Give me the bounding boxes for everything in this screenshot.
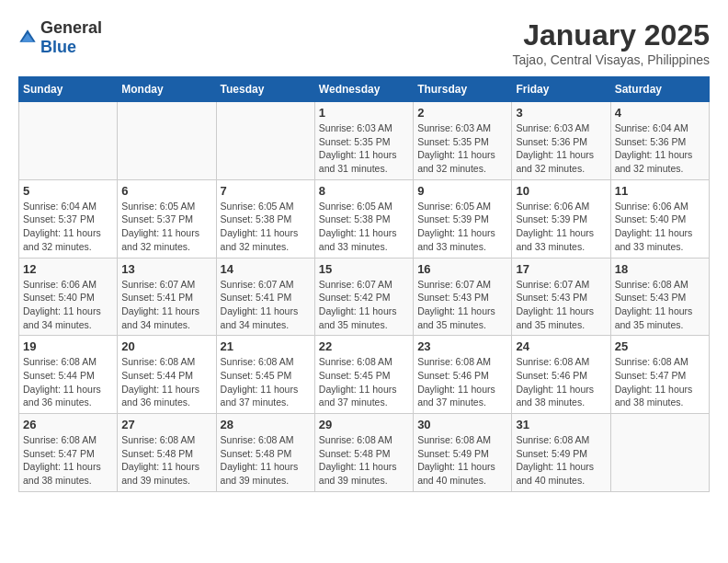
day-number: 10 <box>516 184 606 198</box>
day-number: 29 <box>319 418 409 431</box>
day-number: 5 <box>23 184 113 198</box>
calendar-cell: 21Sunrise: 6:08 AMSunset: 5:45 PMDayligh… <box>216 336 314 414</box>
day-number: 12 <box>23 262 113 276</box>
day-number: 30 <box>417 418 507 431</box>
day-number: 11 <box>615 184 705 198</box>
day-number: 27 <box>121 418 211 431</box>
day-number: 9 <box>417 184 507 198</box>
day-number: 26 <box>23 418 113 431</box>
day-info: Sunrise: 6:08 AMSunset: 5:44 PMDaylight:… <box>121 355 211 409</box>
day-info: Sunrise: 6:07 AMSunset: 5:41 PMDaylight:… <box>121 278 211 332</box>
day-info: Sunrise: 6:07 AMSunset: 5:42 PMDaylight:… <box>319 278 409 332</box>
weekday-header-sunday: Sunday <box>19 77 118 102</box>
day-number: 3 <box>516 106 606 120</box>
calendar-body: 1Sunrise: 6:03 AMSunset: 5:35 PMDaylight… <box>19 102 710 492</box>
calendar-cell: 4Sunrise: 6:04 AMSunset: 5:36 PMDaylight… <box>610 102 709 180</box>
calendar-cell: 17Sunrise: 6:07 AMSunset: 5:43 PMDayligh… <box>512 258 610 336</box>
weekday-header-friday: Friday <box>512 77 610 102</box>
calendar-cell: 6Sunrise: 6:05 AMSunset: 5:37 PMDaylight… <box>118 179 216 258</box>
calendar-cell: 28Sunrise: 6:08 AMSunset: 5:48 PMDayligh… <box>216 414 314 492</box>
day-info: Sunrise: 6:03 AMSunset: 5:36 PMDaylight:… <box>516 121 606 176</box>
day-number: 23 <box>417 339 507 353</box>
day-number: 2 <box>417 106 507 120</box>
day-info: Sunrise: 6:05 AMSunset: 5:38 PMDaylight:… <box>221 200 311 254</box>
calendar-cell: 24Sunrise: 6:08 AMSunset: 5:46 PMDayligh… <box>512 336 610 414</box>
calendar-cell: 25Sunrise: 6:08 AMSunset: 5:47 PMDayligh… <box>610 336 709 414</box>
day-info: Sunrise: 6:08 AMSunset: 5:47 PMDaylight:… <box>23 433 113 488</box>
weekday-header-wednesday: Wednesday <box>314 77 413 102</box>
calendar-cell: 3Sunrise: 6:03 AMSunset: 5:36 PMDaylight… <box>512 102 610 180</box>
day-number: 8 <box>319 184 409 198</box>
weekday-header-row: SundayMondayTuesdayWednesdayThursdayFrid… <box>19 77 710 102</box>
calendar-cell: 13Sunrise: 6:07 AMSunset: 5:41 PMDayligh… <box>118 258 216 336</box>
day-info: Sunrise: 6:08 AMSunset: 5:46 PMDaylight:… <box>516 355 606 409</box>
day-info: Sunrise: 6:07 AMSunset: 5:43 PMDaylight:… <box>417 278 507 332</box>
logo-blue: Blue <box>40 38 76 56</box>
day-number: 13 <box>121 262 211 276</box>
calendar-cell <box>19 102 118 180</box>
calendar-week-row: 26Sunrise: 6:08 AMSunset: 5:47 PMDayligh… <box>19 414 710 492</box>
generalblue-logo-icon <box>18 29 37 47</box>
day-info: Sunrise: 6:04 AMSunset: 5:37 PMDaylight:… <box>23 200 113 254</box>
calendar-table: SundayMondayTuesdayWednesdayThursdayFrid… <box>18 76 710 492</box>
day-number: 4 <box>615 106 705 120</box>
day-info: Sunrise: 6:08 AMSunset: 5:43 PMDaylight:… <box>615 278 705 332</box>
day-info: Sunrise: 6:06 AMSunset: 5:39 PMDaylight:… <box>516 200 606 254</box>
title-area: January 2025 Tajao, Central Visayas, Phi… <box>512 18 710 67</box>
day-info: Sunrise: 6:08 AMSunset: 5:45 PMDaylight:… <box>319 355 409 409</box>
day-info: Sunrise: 6:04 AMSunset: 5:36 PMDaylight:… <box>615 121 705 176</box>
calendar-cell <box>216 102 314 180</box>
logo: General Blue <box>18 18 102 57</box>
day-info: Sunrise: 6:08 AMSunset: 5:44 PMDaylight:… <box>23 355 113 409</box>
subtitle: Tajao, Central Visayas, Philippines <box>512 52 710 67</box>
day-number: 20 <box>121 339 211 353</box>
day-number: 24 <box>516 339 606 353</box>
calendar-cell: 8Sunrise: 6:05 AMSunset: 5:38 PMDaylight… <box>314 179 413 258</box>
day-info: Sunrise: 6:08 AMSunset: 5:48 PMDaylight:… <box>121 433 211 488</box>
day-number: 14 <box>221 262 311 276</box>
weekday-header-monday: Monday <box>118 77 216 102</box>
calendar-cell: 14Sunrise: 6:07 AMSunset: 5:41 PMDayligh… <box>216 258 314 336</box>
day-info: Sunrise: 6:07 AMSunset: 5:41 PMDaylight:… <box>221 278 311 332</box>
logo-text: General Blue <box>40 18 102 57</box>
day-number: 25 <box>615 339 705 353</box>
calendar-cell: 1Sunrise: 6:03 AMSunset: 5:35 PMDaylight… <box>314 102 413 180</box>
weekday-header-tuesday: Tuesday <box>216 77 314 102</box>
day-info: Sunrise: 6:03 AMSunset: 5:35 PMDaylight:… <box>319 121 409 176</box>
day-number: 1 <box>319 106 409 120</box>
calendar-cell: 22Sunrise: 6:08 AMSunset: 5:45 PMDayligh… <box>314 336 413 414</box>
day-number: 31 <box>516 418 606 431</box>
calendar-week-row: 19Sunrise: 6:08 AMSunset: 5:44 PMDayligh… <box>19 336 710 414</box>
day-info: Sunrise: 6:05 AMSunset: 5:37 PMDaylight:… <box>121 200 211 254</box>
day-number: 15 <box>319 262 409 276</box>
calendar-cell: 2Sunrise: 6:03 AMSunset: 5:35 PMDaylight… <box>414 102 512 180</box>
day-info: Sunrise: 6:06 AMSunset: 5:40 PMDaylight:… <box>23 278 113 332</box>
calendar-cell: 9Sunrise: 6:05 AMSunset: 5:39 PMDaylight… <box>414 179 512 258</box>
calendar-cell: 10Sunrise: 6:06 AMSunset: 5:39 PMDayligh… <box>512 179 610 258</box>
day-info: Sunrise: 6:05 AMSunset: 5:38 PMDaylight:… <box>319 200 409 254</box>
day-info: Sunrise: 6:06 AMSunset: 5:40 PMDaylight:… <box>615 200 705 254</box>
calendar-cell: 29Sunrise: 6:08 AMSunset: 5:48 PMDayligh… <box>314 414 413 492</box>
weekday-header-thursday: Thursday <box>414 77 512 102</box>
day-info: Sunrise: 6:05 AMSunset: 5:39 PMDaylight:… <box>417 200 507 254</box>
calendar-week-row: 5Sunrise: 6:04 AMSunset: 5:37 PMDaylight… <box>19 179 710 258</box>
calendar-cell: 19Sunrise: 6:08 AMSunset: 5:44 PMDayligh… <box>19 336 118 414</box>
header: General Blue January 2025 Tajao, Central… <box>18 18 710 67</box>
calendar-cell: 12Sunrise: 6:06 AMSunset: 5:40 PMDayligh… <box>19 258 118 336</box>
calendar-cell: 7Sunrise: 6:05 AMSunset: 5:38 PMDaylight… <box>216 179 314 258</box>
calendar-week-row: 1Sunrise: 6:03 AMSunset: 5:35 PMDaylight… <box>19 102 710 180</box>
calendar-cell: 18Sunrise: 6:08 AMSunset: 5:43 PMDayligh… <box>610 258 709 336</box>
day-number: 18 <box>615 262 705 276</box>
day-info: Sunrise: 6:08 AMSunset: 5:46 PMDaylight:… <box>417 355 507 409</box>
day-number: 21 <box>221 339 311 353</box>
logo-general: General <box>40 18 102 37</box>
calendar-cell <box>118 102 216 180</box>
calendar-week-row: 12Sunrise: 6:06 AMSunset: 5:40 PMDayligh… <box>19 258 710 336</box>
weekday-header-saturday: Saturday <box>610 77 709 102</box>
day-info: Sunrise: 6:08 AMSunset: 5:49 PMDaylight:… <box>417 433 507 488</box>
calendar-cell: 26Sunrise: 6:08 AMSunset: 5:47 PMDayligh… <box>19 414 118 492</box>
calendar-cell: 27Sunrise: 6:08 AMSunset: 5:48 PMDayligh… <box>118 414 216 492</box>
day-info: Sunrise: 6:08 AMSunset: 5:48 PMDaylight:… <box>319 433 409 488</box>
calendar-cell: 30Sunrise: 6:08 AMSunset: 5:49 PMDayligh… <box>414 414 512 492</box>
calendar-cell: 11Sunrise: 6:06 AMSunset: 5:40 PMDayligh… <box>610 179 709 258</box>
